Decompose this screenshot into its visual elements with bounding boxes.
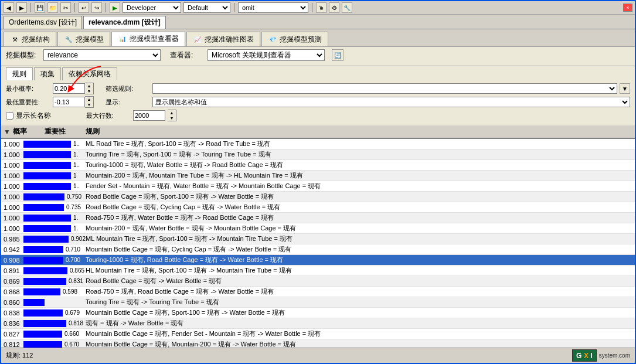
table-row[interactable]: 0.8360.818现有 = 现有 -> Water Bottle = 现有 [1, 318, 635, 329]
filter-select[interactable] [152, 83, 617, 94]
prob-cell: 0.868 [4, 288, 45, 295]
table-row[interactable]: 1.0001..ML Road Tire = 现有, Sport-100 = 现… [1, 139, 635, 149]
doc-tab-orderitems[interactable]: OrderItems.dsv [设计] [4, 16, 82, 29]
main-window: ◀ ▶ 💾 📁 ✂ ↩ ↪ ▶ Developer Default omit 🖱… [0, 0, 636, 364]
importance-cell: 0.710 [45, 246, 86, 253]
omit-select[interactable]: omit [238, 2, 308, 13]
min-importance-input[interactable] [53, 97, 85, 107]
prob-value: 0.836 [4, 320, 22, 327]
toolbar-icon-5[interactable]: ✂ [60, 2, 71, 13]
toolbar-icon-4[interactable]: 📁 [47, 2, 58, 13]
toolbar-icon-3[interactable]: 💾 [35, 2, 45, 13]
sep5 [312, 3, 312, 12]
col-prob: ▼ 概率 [4, 127, 45, 137]
table-row[interactable]: 1.0000.750Road Bottle Cage = 现有, Sport-1… [1, 192, 635, 202]
table-row[interactable]: 0.8270.660Mountain Bottle Cage = 现有, Fen… [1, 329, 635, 339]
doc-tab-relevance[interactable]: relevance.dmm [设计] [83, 16, 166, 29]
table-row[interactable]: 1.0001.Touring Tire = 现有, Sport-100 = 现有… [1, 149, 635, 160]
importance-text: 1. [73, 215, 78, 221]
table-row[interactable]: 1.0001..Fender Set - Mountain = 现有, Wate… [1, 181, 635, 192]
model-select[interactable]: relevance [43, 49, 161, 61]
rule-cell: Touring-1000 = 现有, Road Bottle Cage = 现有… [86, 256, 632, 264]
tab-mining-model[interactable]: 🔧 挖掘模型 [57, 32, 110, 46]
min-prob-up[interactable]: ▲ [85, 83, 93, 89]
sep4 [234, 3, 234, 12]
show-name-checkbox[interactable] [6, 112, 13, 120]
importance-text: 1 [73, 172, 77, 179]
table-row[interactable]: 0.8690.831Road Bottle Cage = 现有 -> Water… [1, 276, 635, 287]
table-row[interactable]: 0.9850.902ML Mountain Tire = 现有, Sport-1… [1, 234, 635, 244]
tab-mining-structure[interactable]: ⚒ 挖掘结构 [4, 32, 56, 46]
display-select[interactable]: 显示属性名称和值 [152, 97, 630, 107]
table-row[interactable]: 1.0001.Mountain-200 = 现有, Water Bottle =… [1, 223, 635, 234]
toolbar-icon-10[interactable]: 🔧 [342, 2, 352, 13]
model-row: 挖掘模型: relevance 查看器: Microsoft 关联规则查看器 🔄 [6, 49, 630, 61]
prob-cell: 0.827 [4, 331, 45, 338]
maxrows-spinner: ▲ ▼ [168, 110, 176, 121]
importance-cell: 1.. [45, 141, 86, 148]
table-row[interactable]: 1.0001.Road-750 = 现有, Water Bottle = 现有 … [1, 213, 635, 223]
rule-cell: Touring-1000 = 现有, Water Bottle = 现有 -> … [86, 161, 632, 169]
toolbar-icon-1[interactable]: ◀ [4, 2, 14, 13]
prob-bar [23, 246, 45, 253]
filter-wrap: ▼ [152, 83, 630, 94]
table-row[interactable]: 1.0001..Touring-1000 = 现有, Water Bottle … [1, 160, 635, 171]
developer-select[interactable]: Developer [123, 2, 181, 13]
prob-bar [23, 183, 45, 190]
sub-tab-dependency[interactable]: 依赖关系网络 [62, 67, 117, 80]
importance-text: 1.. [73, 162, 80, 168]
sep3 [106, 3, 106, 12]
importance-bar [45, 331, 62, 338]
table-row[interactable]: 0.9080.700Touring-1000 = 现有, Road Bottle… [1, 255, 635, 266]
min-prob-input[interactable] [53, 83, 85, 94]
importance-text: 0.902 [71, 236, 86, 242]
default-select[interactable]: Default [183, 2, 230, 13]
rule-cell: Mountain-200 = 现有, Mountain Tire Tube = … [86, 171, 632, 180]
importance-text: 0.818 [69, 320, 83, 326]
table-row[interactable]: 0.8680.598Road-750 = 现有, Road Bottle Cag… [1, 287, 635, 297]
tab-mining-accuracy[interactable]: 📈 挖掘准确性图表 [186, 32, 260, 46]
prob-bar [23, 151, 45, 158]
maxrows-input[interactable] [133, 110, 165, 121]
min-prob-down[interactable]: ▼ [85, 89, 93, 94]
prob-cell: 1.000 [4, 225, 45, 232]
sub-tab-rules[interactable]: 规则 [6, 67, 33, 80]
importance-bar [45, 267, 67, 274]
viewer-refresh-icon[interactable]: 🔄 [332, 49, 343, 61]
maxrows-down[interactable]: ▼ [168, 115, 176, 121]
importance-bar [45, 246, 63, 253]
maxrows-up[interactable]: ▲ [168, 110, 176, 115]
prob-value: 1.000 [4, 204, 22, 211]
toolbar-icon-9[interactable]: ⚙ [329, 2, 339, 13]
table-row[interactable]: 0.9420.710Mountain Bottle Cage = 现有, Cyc… [1, 244, 635, 255]
toolbar-icon-play[interactable]: ▶ [110, 2, 120, 13]
table-row[interactable]: 0.8380.679Mountain Bottle Cage = 现有, Spo… [1, 308, 635, 318]
table-row[interactable]: 0.860Touring Tire = 现有 -> Touring Tire T… [1, 297, 635, 308]
mining-model-icon: 🔧 [64, 35, 73, 44]
tab-mining-prediction[interactable]: 💎 挖掘模型预测 [261, 32, 328, 46]
prob-cell: 1.000 [4, 215, 45, 222]
table-row[interactable]: 1.0001Mountain-200 = 现有, Mountain Tire T… [1, 171, 635, 181]
table-row[interactable]: 0.8910.865HL Mountain Tire = 现有, Sport-1… [1, 266, 635, 276]
toolbar-icon-8[interactable]: 🖱 [316, 2, 326, 13]
prob-cell: 1.000 [4, 183, 45, 190]
importance-bar [45, 193, 64, 200]
importance-cell: 0.750 [45, 193, 86, 200]
toolbar-icon-6[interactable]: ↩ [79, 2, 89, 13]
table-row[interactable]: 0.8120.670Mountain Bottle Cage = 现有, Mou… [1, 339, 635, 348]
toolbar-icon-2[interactable]: ▶ [16, 2, 27, 13]
min-importance-down[interactable]: ▼ [85, 102, 93, 107]
show-name-label: 显示长名称 [16, 111, 51, 121]
viewer-select[interactable]: Microsoft 关联规则查看器 [208, 49, 325, 61]
importance-cell: 0.700 [45, 257, 86, 264]
toolbar-icon-7[interactable]: ↪ [91, 2, 102, 13]
filter-dropdown-icon[interactable]: ▼ [620, 83, 630, 94]
rule-cell: ML Mountain Tire = 现有, Sport-100 = 现有 ->… [86, 234, 632, 243]
min-importance-up[interactable]: ▲ [85, 97, 93, 102]
table-row[interactable]: 1.0000.735Road Bottle Cage = 现有, Cycling… [1, 202, 635, 213]
close-button[interactable]: × [623, 4, 632, 12]
rule-cell: Road-750 = 现有, Road Bottle Cage = 现有 -> … [86, 287, 632, 296]
sub-tab-itemsets[interactable]: 项集 [34, 67, 61, 80]
tab-mining-viewer[interactable]: 📊 挖掘模型查看器 [111, 32, 185, 46]
prob-bar [23, 331, 45, 338]
